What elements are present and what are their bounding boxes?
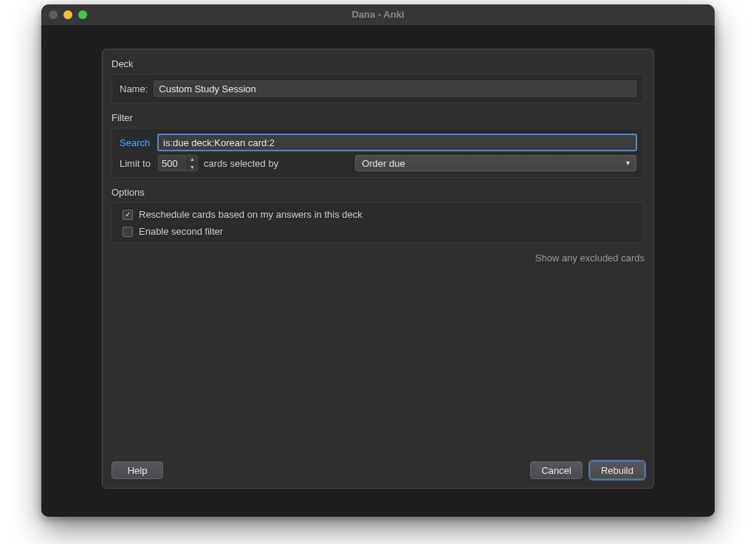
limit-spinbox[interactable]: ▲ ▼ xyxy=(158,155,198,171)
order-select[interactable]: Order due ▼ xyxy=(355,155,636,171)
deck-name-input[interactable] xyxy=(154,80,636,97)
show-excluded-link[interactable]: Show any excluded cards xyxy=(535,252,645,264)
options-group: ✓ Reschedule cards based on my answers i… xyxy=(111,202,645,244)
window-body: Deck Name: Filter Search Limit to xyxy=(41,25,715,517)
limit-input[interactable] xyxy=(159,156,187,171)
options-section-label: Options xyxy=(111,187,645,198)
deck-group: Name: xyxy=(111,74,645,103)
stepper-up-icon[interactable]: ▲ xyxy=(188,156,197,164)
limit-label: Limit to xyxy=(120,158,152,169)
filter-section-label: Filter xyxy=(111,112,645,123)
reschedule-checkbox[interactable]: ✓ xyxy=(123,210,133,220)
order-select-value: Order due xyxy=(362,158,405,169)
dialog-footer: Help Cancel Rebuild xyxy=(103,454,653,488)
chevron-down-icon: ▼ xyxy=(625,159,631,167)
stepper-down-icon[interactable]: ▼ xyxy=(188,164,197,171)
selected-by-label: cards selected by xyxy=(204,158,278,169)
second-filter-label: Enable second filter xyxy=(139,226,223,237)
reschedule-label: Reschedule cards based on my answers in … xyxy=(139,209,362,220)
app-window: Dana - Anki Deck Name: Filter Search xyxy=(41,4,715,517)
second-filter-checkbox[interactable] xyxy=(123,227,133,237)
search-label: Search xyxy=(120,137,152,148)
cancel-button[interactable]: Cancel xyxy=(530,461,582,479)
deck-section-label: Deck xyxy=(111,58,645,69)
reschedule-row[interactable]: ✓ Reschedule cards based on my answers i… xyxy=(120,209,636,220)
name-label: Name: xyxy=(120,83,148,94)
filtered-deck-dialog: Deck Name: Filter Search Limit to xyxy=(102,49,654,489)
help-button[interactable]: Help xyxy=(111,461,163,479)
rebuild-button[interactable]: Rebuild xyxy=(590,461,645,479)
search-input[interactable] xyxy=(158,134,636,151)
titlebar: Dana - Anki xyxy=(41,4,715,25)
limit-steppers[interactable]: ▲ ▼ xyxy=(187,156,197,171)
dialog-content: Deck Name: Filter Search Limit to xyxy=(103,49,653,454)
show-excluded-row: Show any excluded cards xyxy=(111,252,645,264)
second-filter-row[interactable]: Enable second filter xyxy=(120,226,636,237)
window-title: Dana - Anki xyxy=(41,9,715,20)
filter-group: Search Limit to ▲ ▼ cards selected by xyxy=(111,128,645,178)
